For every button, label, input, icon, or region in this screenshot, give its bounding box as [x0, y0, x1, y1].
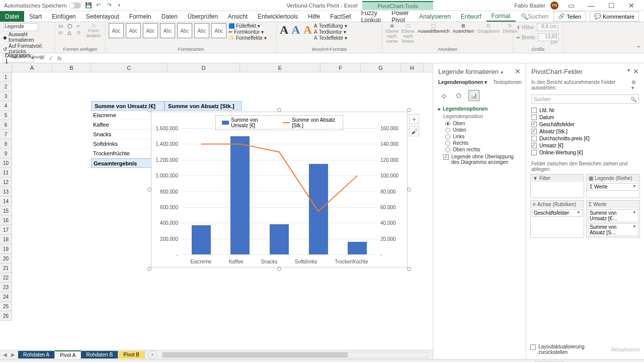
bring-forward-button[interactable]: ▣Ebene nach vorne: [385, 23, 398, 44]
row-header[interactable]: 11: [0, 168, 12, 177]
row-header[interactable]: 8: [0, 139, 12, 149]
pivot-col-header[interactable]: Summe von Umsatz [€]: [91, 101, 165, 111]
qat-dropdown-icon[interactable]: ▾: [118, 3, 120, 8]
comments-button[interactable]: 💬 Kommentare: [590, 11, 639, 22]
field-checkbox[interactable]: Absatz [Stk.]: [531, 128, 639, 135]
col-header[interactable]: C: [91, 63, 168, 72]
reset-style-button[interactable]: ↺ Auf Formatvorl. zurücks.: [3, 43, 52, 54]
tab-hilfe[interactable]: Hilfe: [303, 11, 325, 22]
field-checkbox[interactable]: Geschäftsfelder: [531, 121, 639, 128]
row-header[interactable]: 26: [0, 311, 12, 321]
axis-area[interactable]: ≡ Achse (Rubriken) Geschäftsfelder▼: [530, 200, 584, 238]
tab-formeln[interactable]: Formeln: [124, 11, 156, 22]
fill-line-icon[interactable]: ◇: [438, 90, 449, 101]
y-axis-left[interactable]: -200.000400.000600.000800.0001.000.0001.…: [154, 128, 179, 254]
tab-ansicht[interactable]: Ansicht: [223, 11, 253, 22]
autosave-toggle[interactable]: Automatisches Speichern: [4, 3, 81, 9]
row-header[interactable]: 16: [0, 216, 12, 225]
text-effects-button[interactable]: A Texteffekte ▾: [314, 35, 347, 41]
field-checkbox[interactable]: Lfd. Nr.: [531, 107, 639, 114]
group-button[interactable]: ⊡Gruppieren: [477, 23, 500, 34]
tab-nav-next[interactable]: ▶: [11, 352, 15, 357]
text-fill-button[interactable]: A Textfüllung ▾: [314, 23, 347, 29]
undo-icon[interactable]: ↶: [96, 2, 103, 9]
pane-close-icon[interactable]: ✕: [633, 67, 639, 75]
format-selection-button[interactable]: ◆ Auswahl formatieren: [3, 32, 52, 43]
y-axis-right[interactable]: -20.00040.00060.00080.000100.000120.0001…: [379, 128, 405, 254]
change-shape-button[interactable]: ◇Formändern: [87, 23, 101, 38]
row-header[interactable]: 7: [0, 130, 12, 139]
chart-styles-button[interactable]: 🖌: [409, 126, 419, 136]
overlap-checkbox[interactable]: Legende ohne Überlappung des Diagramms a…: [443, 153, 521, 166]
field-checkbox[interactable]: Online-Werbung [€]: [531, 149, 639, 156]
col-header[interactable]: D: [168, 63, 240, 72]
x-axis[interactable]: EiscremeKaffeeSnacksSoftdrinksTrockenfrü…: [182, 259, 377, 264]
row-header[interactable]: 6: [0, 120, 12, 130]
shape-effects-button[interactable]: ✨ Formeffekte ▾: [228, 35, 267, 41]
pivot-col-header[interactable]: Summe von Absatz [Stk.]: [165, 101, 242, 111]
selection-pane-button[interactable]: ⬚Auswahlbereich: [418, 23, 450, 34]
sheet-tab[interactable]: Pivot B: [118, 351, 145, 358]
send-backward-button[interactable]: ▢Ebene nach hinten: [401, 23, 415, 44]
row-header[interactable]: 24: [0, 292, 12, 302]
row-header[interactable]: 18: [0, 235, 12, 244]
tab-analysieren[interactable]: Analysieren: [414, 11, 456, 22]
pane-menu-icon[interactable]: ▾: [627, 67, 630, 75]
maximize-icon[interactable]: ☐: [604, 1, 619, 11]
row-header[interactable]: 21: [0, 263, 12, 273]
values-area[interactable]: Σ Werte Summe von Umsatz [€…▼ Summe von …: [586, 200, 640, 238]
legend-options-icon[interactable]: 📊: [468, 90, 479, 101]
row-header[interactable]: 19: [0, 244, 12, 254]
position-oben[interactable]: Oben: [445, 120, 521, 127]
tab-factset[interactable]: FactSet: [325, 11, 356, 22]
row-header[interactable]: 5: [0, 111, 12, 120]
row-header[interactable]: 10: [0, 158, 12, 168]
position-links[interactable]: Links: [445, 133, 521, 140]
position-rechts[interactable]: Rechts: [445, 140, 521, 146]
row-header[interactable]: 15: [0, 206, 12, 216]
minimize-icon[interactable]: —: [584, 1, 599, 11]
row-header[interactable]: 17: [0, 225, 12, 235]
text-options-tab[interactable]: Textoptionen: [493, 79, 522, 85]
effects-icon[interactable]: ⬠: [453, 90, 464, 101]
update-button[interactable]: Aktualisieren: [611, 347, 640, 352]
legend-options-tab[interactable]: Legendenoptionen ▾: [438, 79, 487, 85]
pane-close-icon[interactable]: ✕: [515, 67, 521, 75]
field-checkbox[interactable]: Umsatz [€]: [531, 142, 639, 149]
row-header[interactable]: 14: [0, 197, 12, 206]
user-avatar[interactable]: FB: [550, 2, 558, 10]
sheet-tab[interactable]: Pivot A: [55, 350, 81, 359]
redo-icon[interactable]: ↷: [107, 2, 114, 9]
chart-element-selector[interactable]: Legende: [3, 23, 38, 31]
gear-icon[interactable]: ⚙ ▾: [631, 79, 639, 90]
row-header[interactable]: 1: [0, 72, 12, 82]
collapse-ribbon-icon[interactable]: ⌃: [636, 45, 641, 52]
row-header[interactable]: 23: [0, 283, 12, 292]
field-checkbox[interactable]: Datum: [531, 114, 639, 121]
row-header[interactable]: 22: [0, 273, 12, 283]
tab-suchen[interactable]: 🔍 Suchen: [516, 11, 554, 22]
tab-format[interactable]: Format: [487, 11, 516, 22]
tab-fuzzy[interactable]: Fuzzy Lookup: [356, 11, 387, 22]
filter-area[interactable]: ▼ Filter: [530, 174, 584, 198]
pivot-chart[interactable]: Summe von Umsatz [€] Summe von Absatz [S…: [151, 112, 408, 267]
row-header[interactable]: 3: [0, 92, 12, 101]
shape-outline-button[interactable]: ✏ Formkontur ▾: [228, 29, 267, 35]
row-header[interactable]: 12: [0, 177, 12, 187]
formula-input[interactable]: [65, 54, 644, 62]
tab-daten[interactable]: Daten: [156, 11, 183, 22]
tab-file[interactable]: Datei: [0, 11, 24, 22]
col-header[interactable]: H: [401, 63, 424, 72]
shape-style-gallery[interactable]: Abc Abc Abc Abc Abc Abc Abc: [109, 23, 226, 38]
add-sheet-button[interactable]: +: [148, 350, 157, 359]
text-outline-button[interactable]: A Textkontur ▾: [314, 29, 347, 35]
align-button[interactable]: ⊞Ausrichten: [453, 23, 474, 34]
tab-entwurf[interactable]: Entwurf: [456, 11, 487, 22]
tab-ueberpruefen[interactable]: Überprüfen: [183, 11, 223, 22]
row-header[interactable]: 4: [0, 101, 12, 111]
defer-layout-checkbox[interactable]: Layoutaktualisierung zurückstellen: [530, 343, 611, 356]
select-all-cell[interactable]: [0, 63, 12, 72]
legend-area[interactable]: ▦ Legende (Reihe) Σ Werte▼: [586, 174, 640, 198]
tab-einfuegen[interactable]: Einfügen: [47, 11, 80, 22]
tab-nav-prev[interactable]: ◀: [3, 352, 7, 357]
